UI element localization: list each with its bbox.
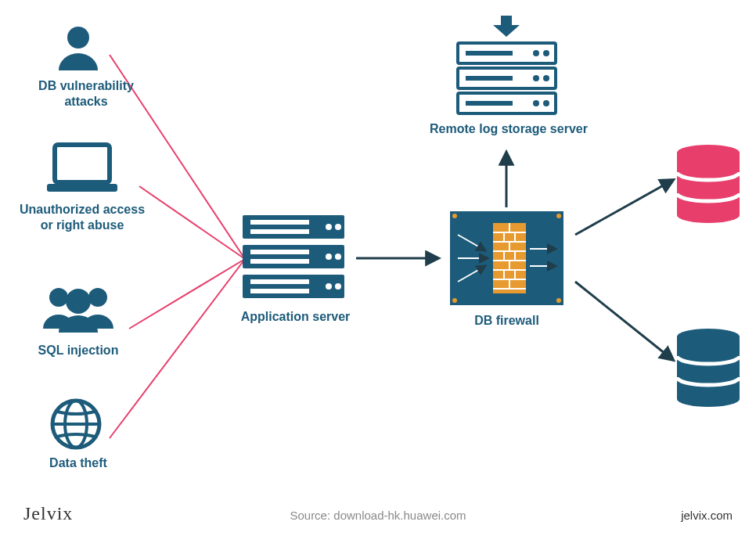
diagram-canvas: DB vulnerabilityattacks Unauthorized acc… bbox=[0, 0, 756, 536]
svg-point-68 bbox=[49, 288, 68, 307]
svg-point-57 bbox=[533, 100, 539, 106]
svg-rect-10 bbox=[250, 250, 309, 254]
group-icon bbox=[43, 288, 113, 333]
svg-point-61 bbox=[677, 207, 740, 223]
threat-label-0: DB vulnerabilityattacks bbox=[31, 78, 141, 110]
db-firewall-label: DB firewall bbox=[466, 313, 548, 329]
svg-rect-60 bbox=[677, 153, 740, 215]
svg-point-65 bbox=[67, 27, 89, 49]
site-link[interactable]: jelvix.com bbox=[681, 509, 733, 522]
svg-rect-63 bbox=[677, 336, 740, 399]
laptop-icon bbox=[47, 145, 117, 192]
svg-point-12 bbox=[326, 254, 332, 260]
threat-label-2: SQL injection bbox=[27, 343, 129, 358]
svg-line-3 bbox=[110, 259, 245, 438]
svg-point-17 bbox=[326, 283, 332, 290]
source-text: Source: download-hk.huawei.com bbox=[290, 509, 466, 522]
threat-label-3: Data theft bbox=[35, 455, 121, 471]
svg-rect-66 bbox=[55, 145, 110, 182]
svg-rect-67 bbox=[47, 184, 117, 192]
globe-icon bbox=[52, 401, 99, 448]
db-firewall-icon bbox=[450, 211, 563, 305]
svg-point-53 bbox=[533, 75, 539, 81]
brand-logo: Jelvix bbox=[23, 503, 73, 524]
svg-rect-6 bbox=[250, 229, 309, 234]
svg-point-45 bbox=[452, 298, 457, 303]
svg-point-13 bbox=[335, 254, 341, 260]
svg-point-7 bbox=[326, 224, 332, 230]
svg-rect-56 bbox=[466, 101, 513, 106]
svg-point-58 bbox=[543, 100, 549, 106]
threat-label-1: Unauthorized accessor right abuse bbox=[8, 202, 157, 233]
svg-point-18 bbox=[335, 283, 341, 290]
database-red-icon bbox=[677, 145, 740, 223]
svg-rect-52 bbox=[466, 76, 513, 81]
svg-rect-16 bbox=[250, 289, 309, 293]
svg-point-64 bbox=[677, 391, 740, 407]
arrow-firewall-to-db-blue bbox=[575, 282, 673, 360]
database-blue-icon bbox=[677, 329, 740, 407]
app-server-label: Application server bbox=[235, 309, 356, 325]
svg-point-46 bbox=[556, 298, 561, 303]
remote-log-label: Remote log storage server bbox=[423, 121, 595, 137]
svg-rect-48 bbox=[466, 51, 513, 56]
svg-point-44 bbox=[556, 214, 561, 218]
svg-point-69 bbox=[88, 288, 107, 307]
arrow-firewall-to-db-red bbox=[575, 180, 673, 235]
svg-point-43 bbox=[452, 214, 457, 218]
svg-rect-11 bbox=[250, 259, 309, 264]
svg-point-54 bbox=[543, 75, 549, 81]
svg-point-8 bbox=[335, 224, 341, 230]
svg-rect-5 bbox=[250, 220, 309, 225]
svg-point-49 bbox=[533, 50, 539, 56]
svg-point-50 bbox=[543, 50, 549, 56]
application-server-icon bbox=[243, 215, 344, 298]
remote-log-server-icon bbox=[458, 16, 556, 113]
svg-line-2 bbox=[129, 259, 245, 329]
svg-rect-15 bbox=[250, 279, 309, 284]
svg-point-70 bbox=[66, 289, 91, 314]
person-icon bbox=[59, 27, 98, 70]
threat-lines bbox=[110, 55, 245, 438]
